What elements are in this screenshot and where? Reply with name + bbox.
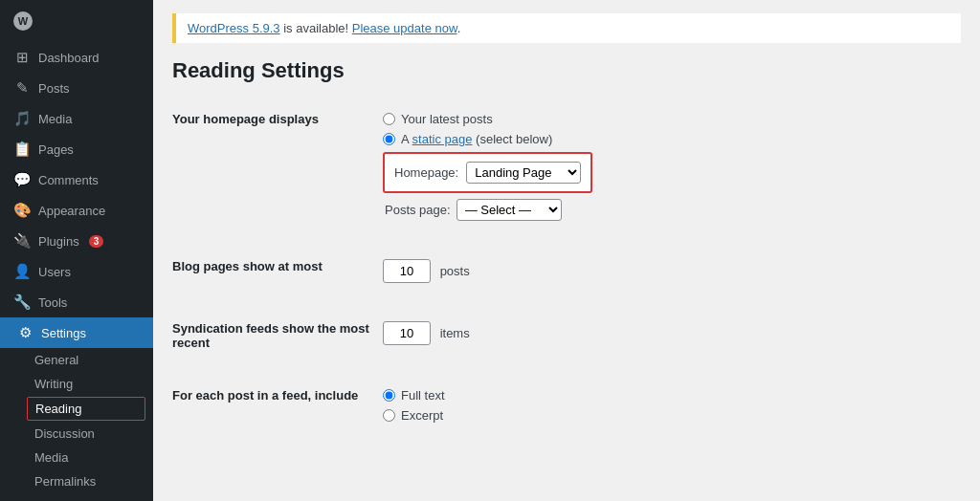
blog-pages-td: 10 posts <box>383 250 961 293</box>
syndication-row: Syndication feeds show the most recent 1… <box>172 312 961 359</box>
sidebar-logo: W <box>0 0 153 42</box>
wp-icon: W <box>13 11 33 31</box>
appearance-icon: 🎨 <box>13 202 31 219</box>
submenu-item-reading[interactable]: Reading <box>27 397 145 421</box>
tools-icon: 🔧 <box>13 294 31 311</box>
wp-version-link[interactable]: WordPress 5.9.3 <box>188 21 280 35</box>
syndication-suffix: items <box>440 326 470 340</box>
homepage-radio-group: Your latest posts A static page (select … <box>383 112 961 146</box>
sidebar: W ⊞ Dashboard ✎ Posts 🎵 Media 📋 Pages 💬 … <box>0 0 153 501</box>
submenu-item-writing[interactable]: Writing <box>0 372 153 396</box>
excerpt-row: Excerpt <box>383 408 961 423</box>
sidebar-item-appearance[interactable]: 🎨 Appearance <box>0 195 153 226</box>
sidebar-item-label: Users <box>38 265 71 279</box>
posts-icon: ✎ <box>13 79 31 97</box>
static-page-link[interactable]: static page <box>412 132 473 146</box>
submenu-item-media[interactable]: Media <box>0 446 153 469</box>
blog-pages-label: Blog pages show at most <box>172 250 383 293</box>
posts-page-row: Posts page: — Select — <box>383 199 961 221</box>
sidebar-item-posts[interactable]: ✎ Posts <box>0 73 153 103</box>
homepage-select-label: Homepage: <box>394 165 458 180</box>
settings-form-table: Your homepage displays Your latest posts <box>172 102 961 432</box>
sidebar-item-dashboard[interactable]: ⊞ Dashboard <box>0 42 153 73</box>
homepage-select[interactable]: Landing Page <box>466 162 581 184</box>
users-icon: 👤 <box>13 263 31 280</box>
main-content: WordPress 5.9.3 is available! Please upd… <box>153 0 980 501</box>
page-title: Reading Settings <box>172 58 961 83</box>
sidebar-item-label: Dashboard <box>38 51 100 65</box>
sidebar-item-label: Appearance <box>38 204 105 218</box>
update-link[interactable]: Please update now <box>352 21 457 35</box>
excerpt-radio[interactable] <box>383 409 395 422</box>
static-page-radio[interactable] <box>383 133 395 145</box>
sidebar-item-settings[interactable]: ⚙ Settings <box>0 317 153 348</box>
feed-include-row: For each post in a feed, include Full te… <box>172 379 961 432</box>
static-page-label: A static page (select below) <box>401 132 552 146</box>
syndication-label: Syndication feeds show the most recent <box>172 312 383 359</box>
full-text-row: Full text <box>383 388 961 403</box>
reading-settings-content: Reading Settings Your homepage displays … <box>153 43 980 501</box>
sidebar-item-media[interactable]: 🎵 Media <box>0 103 153 134</box>
full-text-label: Full text <box>401 388 445 403</box>
sidebar-item-comments[interactable]: 💬 Comments <box>0 164 153 195</box>
comments-icon: 💬 <box>13 171 31 188</box>
sidebar-item-label: Tools <box>38 295 67 310</box>
syndication-td: 10 items <box>383 312 961 359</box>
sidebar-item-label: Pages <box>38 142 74 157</box>
static-page-row: A static page (select below) <box>383 132 961 146</box>
sidebar-item-users[interactable]: 👤 Users <box>0 256 153 287</box>
pages-icon: 📋 <box>13 141 31 158</box>
feed-radio-group: Full text Excerpt <box>383 388 961 423</box>
latest-posts-row: Your latest posts <box>383 112 961 126</box>
feed-include-label: For each post in a feed, include <box>172 379 383 432</box>
full-text-radio[interactable] <box>383 389 395 402</box>
feed-include-td: Full text Excerpt <box>383 379 961 432</box>
homepage-select-box: Homepage: Landing Page <box>383 152 592 193</box>
submenu-item-general[interactable]: General <box>0 348 153 372</box>
sidebar-item-label: Settings <box>41 326 86 340</box>
sidebar-item-label: Posts <box>38 81 70 96</box>
media-icon: 🎵 <box>13 110 31 127</box>
excerpt-label: Excerpt <box>401 408 443 423</box>
settings-icon: ⚙ <box>16 324 33 341</box>
submenu-item-discussion[interactable]: Discussion <box>0 422 153 446</box>
blog-pages-input[interactable]: 10 <box>383 259 431 283</box>
posts-page-label: Posts page: <box>385 203 451 217</box>
blog-pages-row: Blog pages show at most 10 posts <box>172 250 961 293</box>
plugins-icon: 🔌 <box>13 232 31 250</box>
dashboard-icon: ⊞ <box>13 49 31 66</box>
homepage-displays-label: Your homepage displays <box>172 102 383 230</box>
blog-pages-suffix: posts <box>440 264 470 278</box>
sidebar-item-pages[interactable]: 📋 Pages <box>0 134 153 164</box>
sidebar-item-label: Media <box>38 112 72 126</box>
plugins-badge: 3 <box>89 235 104 248</box>
syndication-input[interactable]: 10 <box>383 321 431 345</box>
sidebar-item-label: Comments <box>38 173 99 187</box>
sidebar-item-tools[interactable]: 🔧 Tools <box>0 287 153 317</box>
sidebar-item-label: Plugins <box>38 234 79 249</box>
posts-page-select[interactable]: — Select — <box>457 199 562 221</box>
submenu-item-permalinks[interactable]: Permalinks <box>0 469 153 493</box>
sidebar-item-plugins[interactable]: 🔌 Plugins 3 <box>0 226 153 256</box>
update-notice: WordPress 5.9.3 is available! Please upd… <box>172 13 961 43</box>
homepage-displays-row: Your homepage displays Your latest posts <box>172 102 961 230</box>
homepage-displays-td: Your latest posts A static page (select … <box>383 102 961 230</box>
settings-submenu: General Writing Reading Discussion Media… <box>0 348 153 493</box>
latest-posts-label: Your latest posts <box>401 112 493 126</box>
latest-posts-radio[interactable] <box>383 113 395 125</box>
